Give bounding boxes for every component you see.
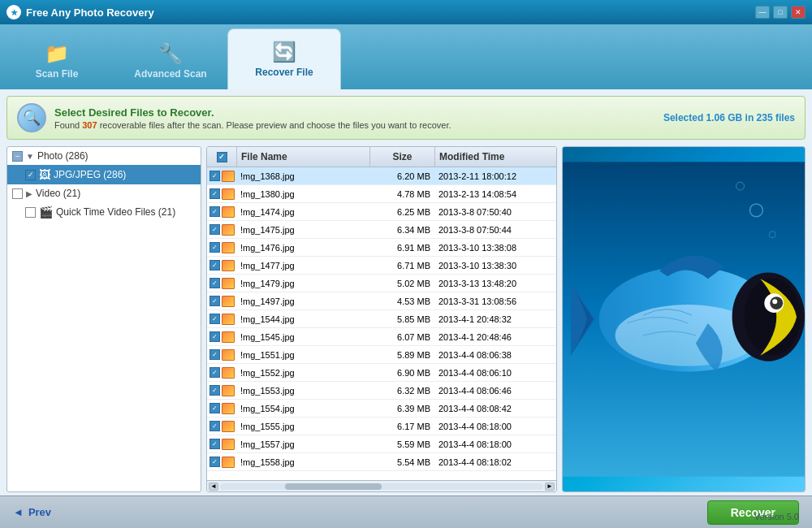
row-checkbox[interactable]: ✓ — [209, 403, 220, 413]
row-filename: !mg_1497.jpg — [236, 295, 369, 308]
prev-button[interactable]: ◄ Prev — [13, 506, 51, 518]
hscroll-track[interactable] — [220, 483, 543, 490]
hscroll-thumb[interactable] — [285, 483, 382, 490]
row-check[interactable]: ✓ — [207, 224, 236, 236]
tab-recover-file[interactable]: 🔄 Recover File — [227, 28, 341, 89]
row-check[interactable]: ✓ — [207, 331, 236, 343]
file-thumb — [222, 242, 235, 253]
row-check[interactable]: ✓ — [207, 171, 236, 182]
row-check[interactable]: ✓ — [207, 296, 236, 307]
row-time: 2013-4-4 08:06:10 — [434, 366, 556, 379]
row-check[interactable]: ✓ — [207, 457, 236, 468]
row-check[interactable]: ✓ — [207, 206, 236, 218]
row-size: 6.25 MB — [369, 206, 434, 219]
tree-item-jpg[interactable]: ✓ 🖼 JPG/JPEG (286) — [7, 165, 201, 184]
title-bar-left: ★ Free Any Photo Recovery — [6, 5, 154, 19]
info-bar: 🔍 Select Desired Files to Recover. Found… — [6, 96, 806, 140]
row-check[interactable]: ✓ — [207, 314, 236, 325]
row-checkbox[interactable]: ✓ — [209, 188, 220, 199]
row-size: 6.90 MB — [369, 366, 434, 379]
title-bar-controls[interactable]: — □ ✕ — [755, 6, 806, 19]
video-expand[interactable]: ▶ — [26, 189, 32, 198]
close-button[interactable]: ✕ — [791, 6, 806, 19]
file-row[interactable]: ✓ !mg_1368.jpg 6.20 MB 2013-2-11 18:00:1… — [207, 167, 556, 185]
file-row[interactable]: ✓ !mg_1497.jpg 4.53 MB 2013-3-31 13:08:5… — [207, 292, 556, 310]
row-filename: !mg_1545.jpg — [236, 331, 369, 344]
row-checkbox[interactable]: ✓ — [209, 385, 220, 396]
row-check[interactable]: ✓ — [207, 403, 236, 414]
photo-checkbox[interactable]: – — [12, 151, 23, 162]
file-row[interactable]: ✓ !mg_1555.jpg 6.17 MB 2013-4-4 08:18:00 — [207, 418, 556, 435]
row-checkbox[interactable]: ✓ — [209, 260, 220, 270]
file-row[interactable]: ✓ !mg_1475.jpg 6.34 MB 2013-3-8 07:50:44 — [207, 221, 556, 239]
row-checkbox[interactable]: ✓ — [209, 421, 220, 431]
row-checkbox[interactable]: ✓ — [209, 439, 220, 449]
row-checkbox[interactable]: ✓ — [209, 349, 220, 360]
row-checkbox[interactable]: ✓ — [209, 206, 220, 217]
fish-preview-image — [563, 147, 805, 491]
jpg-checkbox[interactable]: ✓ — [25, 170, 36, 180]
row-time: 2013-4-4 08:18:00 — [434, 438, 556, 451]
video-checkbox[interactable] — [12, 188, 23, 199]
file-row[interactable]: ✓ !mg_1553.jpg 6.32 MB 2013-4-4 08:06:46 — [207, 382, 556, 400]
hscroll-bar[interactable]: ◄ ► — [207, 480, 556, 491]
select-all-checkbox[interactable]: ✓ — [217, 152, 227, 162]
row-check[interactable]: ✓ — [207, 242, 236, 253]
tree-item-video[interactable]: ▶ Video (21) — [7, 184, 201, 202]
hscroll-left[interactable]: ◄ — [209, 483, 218, 491]
file-row[interactable]: ✓ !mg_1558.jpg 5.54 MB 2013-4-4 08:18:02 — [207, 453, 556, 471]
row-checkbox[interactable]: ✓ — [209, 331, 220, 342]
row-time: 2013-3-13 13:48:20 — [434, 277, 556, 290]
row-filename: !mg_1554.jpg — [236, 402, 369, 415]
maximize-button[interactable]: □ — [773, 6, 788, 19]
row-check[interactable]: ✓ — [207, 439, 236, 450]
file-row[interactable]: ✓ !mg_1544.jpg 5.85 MB 2013-4-1 20:48:32 — [207, 310, 556, 328]
row-checkbox[interactable]: ✓ — [209, 171, 220, 181]
file-thumb — [222, 421, 235, 432]
row-size: 6.39 MB — [369, 402, 434, 415]
row-check[interactable]: ✓ — [207, 278, 236, 289]
file-row[interactable]: ✓ !mg_1554.jpg 6.39 MB 2013-4-4 08:08:42 — [207, 400, 556, 418]
quicktime-checkbox[interactable] — [25, 207, 36, 218]
photo-expand[interactable]: ▼ — [26, 152, 34, 161]
file-thumb — [222, 278, 235, 289]
row-check[interactable]: ✓ — [207, 367, 236, 379]
file-row[interactable]: ✓ !mg_1551.jpg 5.89 MB 2013-4-4 08:06:38 — [207, 346, 556, 364]
file-row[interactable]: ✓ !mg_1545.jpg 6.07 MB 2013-4-1 20:48:46 — [207, 328, 556, 346]
left-panel: – ▼ Photo (286) ✓ 🖼 JPG/JPEG (286) ▶ Vid… — [6, 146, 201, 492]
row-checkbox[interactable]: ✓ — [209, 314, 220, 324]
file-row[interactable]: ✓ !mg_1477.jpg 6.71 MB 2013-3-10 13:38:3… — [207, 257, 556, 275]
tree-item-quicktime[interactable]: 🎬 Quick Time Video Files (21) — [7, 202, 201, 222]
row-check[interactable]: ✓ — [207, 349, 236, 361]
row-time: 2013-4-4 08:08:42 — [434, 402, 556, 415]
row-filename: !mg_1477.jpg — [236, 259, 369, 272]
row-checkbox[interactable]: ✓ — [209, 296, 220, 306]
tab-advanced-scan[interactable]: 🔧 Advanced Scan — [114, 32, 227, 89]
row-size: 6.91 MB — [369, 241, 434, 254]
row-filename: !mg_1479.jpg — [236, 277, 369, 290]
row-check[interactable]: ✓ — [207, 260, 236, 271]
row-checkbox[interactable]: ✓ — [209, 367, 220, 378]
row-time: 2013-2-13 14:08:54 — [434, 188, 556, 201]
row-check[interactable]: ✓ — [207, 188, 236, 200]
row-checkbox[interactable]: ✓ — [209, 457, 220, 467]
file-row[interactable]: ✓ !mg_1557.jpg 5.59 MB 2013-4-4 08:18:00 — [207, 435, 556, 453]
hscroll-right[interactable]: ► — [545, 483, 555, 491]
tab-scan-file[interactable]: 📁 Scan File — [0, 32, 114, 89]
row-size: 5.85 MB — [369, 313, 434, 326]
row-check[interactable]: ✓ — [207, 421, 236, 432]
row-time: 2013-3-8 07:50:40 — [434, 206, 556, 219]
file-row[interactable]: ✓ !mg_1476.jpg 6.91 MB 2013-3-10 13:38:0… — [207, 239, 556, 257]
row-checkbox[interactable]: ✓ — [209, 278, 220, 288]
row-check[interactable]: ✓ — [207, 385, 236, 396]
file-row[interactable]: ✓ !mg_1380.jpg 4.78 MB 2013-2-13 14:08:5… — [207, 185, 556, 203]
file-row[interactable]: ✓ !mg_1552.jpg 6.90 MB 2013-4-4 08:06:10 — [207, 364, 556, 382]
row-checkbox[interactable]: ✓ — [209, 224, 220, 235]
file-row[interactable]: ✓ !mg_1479.jpg 5.02 MB 2013-3-13 13:48:2… — [207, 275, 556, 292]
minimize-button[interactable]: — — [755, 6, 770, 19]
file-row[interactable]: ✓ !mg_1474.jpg 6.25 MB 2013-3-8 07:50:40 — [207, 203, 556, 221]
row-size: 6.71 MB — [369, 259, 434, 272]
row-checkbox[interactable]: ✓ — [209, 242, 220, 253]
header-check[interactable]: ✓ — [207, 147, 236, 167]
tree-item-photo[interactable]: – ▼ Photo (286) — [7, 147, 201, 165]
